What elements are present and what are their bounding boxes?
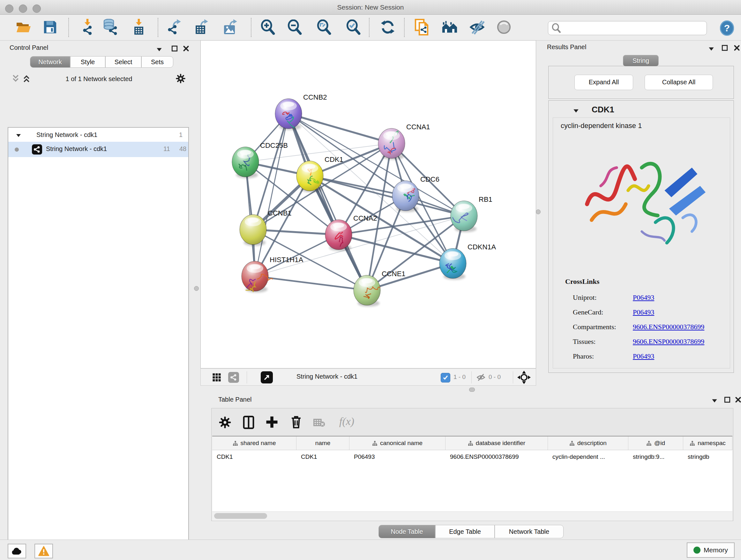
network-node-CCNA1[interactable] bbox=[378, 128, 405, 160]
import-network-file-button[interactable] bbox=[78, 17, 97, 37]
network-node-CCNA2[interactable] bbox=[325, 220, 352, 251]
network-node-HIST1H1A[interactable] bbox=[242, 261, 273, 293]
hide-selected-button[interactable] bbox=[468, 17, 486, 37]
tab-style[interactable]: Style bbox=[70, 56, 105, 68]
import-table-file-button[interactable] bbox=[130, 17, 148, 37]
export-table-button[interactable] bbox=[192, 17, 211, 37]
network-collection-row[interactable]: String Network - cdk1 1 bbox=[8, 129, 188, 142]
network-view-canvas[interactable]: CCNB2CCNA1CDC25BCDK1CDC6RB1CCNB1CCNA2CDK… bbox=[200, 40, 536, 368]
open-session-button[interactable] bbox=[14, 17, 33, 37]
column-header-database-identifier[interactable]: database identifier bbox=[446, 436, 548, 450]
show-columns-icon[interactable] bbox=[242, 415, 255, 429]
table-cell[interactable]: cyclin-dependent ... bbox=[548, 450, 628, 463]
table-cell[interactable]: P06493 bbox=[349, 450, 446, 463]
string-style-icon[interactable] bbox=[228, 372, 239, 383]
crosslink-value-link[interactable]: P06493 bbox=[633, 352, 654, 361]
help-button[interactable]: ? bbox=[720, 20, 734, 36]
crosslink-label: Uniprot: bbox=[573, 294, 633, 302]
collection-expander-icon[interactable] bbox=[15, 132, 22, 138]
collapse-all-button[interactable]: Collapse All bbox=[645, 75, 713, 90]
show-all-button[interactable] bbox=[495, 17, 513, 37]
export-image-button[interactable] bbox=[221, 17, 240, 37]
duplicate-network-button[interactable] bbox=[413, 17, 431, 37]
network-node-CDC6[interactable] bbox=[392, 181, 419, 212]
zoom-in-button[interactable] bbox=[259, 17, 277, 37]
eye-slash-icon bbox=[469, 19, 485, 35]
tab-node-table[interactable]: Node Table bbox=[379, 525, 435, 538]
table-cell[interactable]: CDK1 bbox=[212, 450, 296, 463]
table-hscrollbar-track[interactable] bbox=[212, 512, 732, 521]
float-panel-icon[interactable] bbox=[721, 44, 728, 51]
cloud-button[interactable] bbox=[8, 544, 26, 558]
float-panel-icon[interactable] bbox=[171, 45, 178, 52]
column-header-canonical-name[interactable]: canonical name bbox=[349, 436, 446, 450]
warnings-button[interactable] bbox=[35, 544, 53, 558]
collapse-all-networks-icon[interactable] bbox=[11, 74, 20, 83]
network-node-CCNB2[interactable] bbox=[275, 99, 302, 130]
network-row-selected[interactable]: String Network - cdk1 11 48 bbox=[8, 142, 188, 157]
network-node-CDK1[interactable] bbox=[296, 161, 323, 192]
float-panel-icon[interactable] bbox=[724, 396, 731, 403]
export-network-button[interactable] bbox=[165, 17, 184, 37]
birds-eye-grid-icon[interactable] bbox=[212, 373, 221, 382]
network-node-RB1[interactable] bbox=[451, 201, 477, 232]
table-cell[interactable]: CDK1 bbox=[296, 450, 349, 463]
function-builder-icon-disabled: f(x) bbox=[339, 415, 354, 428]
refresh-layout-button[interactable] bbox=[379, 17, 397, 37]
close-panel-icon[interactable] bbox=[183, 45, 190, 52]
delete-column-trash-icon[interactable] bbox=[289, 415, 303, 429]
create-column-plus-icon[interactable] bbox=[265, 415, 279, 429]
table-cell[interactable]: 9606.ENSP00000378699 bbox=[446, 450, 548, 463]
network-node-CDC25B[interactable] bbox=[232, 147, 259, 178]
crosslink-value-link[interactable]: 9606.ENSP00000378699 bbox=[633, 323, 704, 331]
import-network-database-button[interactable] bbox=[101, 17, 120, 37]
tab-string[interactable]: String bbox=[623, 55, 659, 66]
table-options-gear-icon[interactable] bbox=[219, 416, 231, 429]
zoom-selected-button[interactable] bbox=[344, 17, 362, 37]
collapse-panel-icon[interactable] bbox=[711, 397, 718, 404]
open-in-window-icon[interactable] bbox=[261, 371, 273, 383]
column-header-namespac[interactable]: namespac bbox=[683, 436, 732, 450]
close-panel-icon[interactable] bbox=[733, 44, 740, 51]
search-input[interactable] bbox=[548, 21, 707, 35]
network-node-CCNE1[interactable] bbox=[354, 275, 381, 307]
zoom-out-button[interactable] bbox=[285, 17, 304, 37]
selected-checkbox-icon[interactable] bbox=[441, 373, 450, 382]
left-splitter-handle[interactable] bbox=[194, 286, 199, 291]
crosslink-value-link[interactable]: 9606.ENSP00000378699 bbox=[633, 337, 704, 346]
network-options-gear-icon[interactable] bbox=[176, 73, 186, 84]
table-hscrollbar-thumb[interactable] bbox=[214, 513, 267, 519]
hidden-eye-slash-icon[interactable] bbox=[476, 373, 485, 382]
column-header-shared-name[interactable]: shared name bbox=[212, 436, 296, 450]
bottom-splitter-handle[interactable] bbox=[469, 388, 475, 392]
tab-sets[interactable]: Sets bbox=[141, 56, 173, 68]
tab-edge-table[interactable]: Edge Table bbox=[435, 525, 495, 538]
tab-select[interactable]: Select bbox=[105, 56, 141, 68]
table-cell[interactable]: stringdb bbox=[683, 450, 732, 463]
column-header-name[interactable]: name bbox=[296, 436, 349, 450]
home-neighbors-button[interactable] bbox=[441, 17, 459, 37]
expand-all-networks-icon[interactable] bbox=[22, 74, 30, 83]
title-bar: Session: New Session bbox=[0, 0, 741, 15]
crosslink-value-link[interactable]: P06493 bbox=[633, 294, 654, 302]
column-header-description[interactable]: description bbox=[548, 436, 628, 450]
table-row[interactable]: CDK1CDK1P064939606.ENSP00000378699cyclin… bbox=[212, 450, 732, 463]
fit-content-crosshair-icon[interactable] bbox=[517, 371, 531, 384]
column-header--id[interactable]: @id bbox=[628, 436, 683, 450]
table-cell[interactable]: stringdb:9... bbox=[628, 450, 683, 463]
protein-expander-icon[interactable] bbox=[572, 107, 580, 114]
tab-network-table[interactable]: Network Table bbox=[495, 525, 563, 538]
zoom-fit-button[interactable] bbox=[315, 17, 333, 37]
collapse-panel-icon[interactable] bbox=[708, 45, 715, 52]
expand-all-button[interactable]: Expand All bbox=[575, 75, 633, 90]
network-node-CDKN1A[interactable] bbox=[440, 248, 466, 280]
crosslink-value-link[interactable]: P06493 bbox=[633, 308, 654, 316]
collapse-panel-icon[interactable] bbox=[156, 46, 163, 53]
string-network-graph[interactable]: CCNB2CCNA1CDC25BCDK1CDC6RB1CCNB1CCNA2CDK… bbox=[201, 41, 536, 368]
network-node-CCNB1[interactable] bbox=[240, 214, 266, 246]
memory-button[interactable]: Memory bbox=[687, 543, 735, 558]
export-network-icon bbox=[166, 19, 183, 36]
save-session-button[interactable] bbox=[41, 17, 59, 37]
tab-network[interactable]: Network bbox=[30, 56, 70, 68]
close-panel-icon[interactable] bbox=[735, 396, 741, 403]
